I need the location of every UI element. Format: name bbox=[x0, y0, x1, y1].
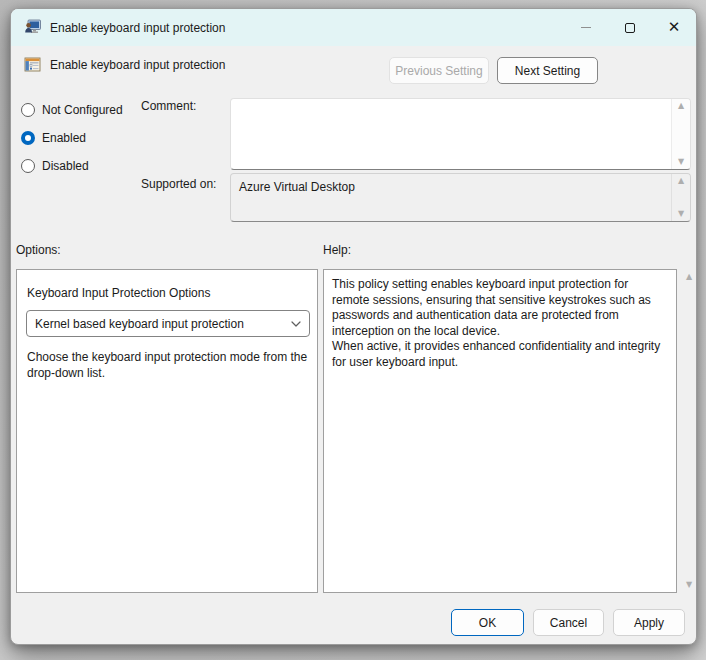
radio-disabled[interactable]: Disabled bbox=[21, 155, 89, 177]
comment-scrollbar[interactable]: ▲ ▼ bbox=[671, 99, 690, 169]
scroll-up-icon[interactable]: ▲ bbox=[678, 177, 684, 185]
dropdown-selected-value: Kernel based keyboard input protection bbox=[27, 317, 283, 331]
dropdown-label: Keyboard Input Protection Options bbox=[27, 286, 210, 300]
scroll-down-icon[interactable]: ▼ bbox=[686, 581, 692, 589]
comment-value bbox=[231, 99, 671, 169]
policy-setting-dialog: Enable keyboard input protection ✕ Enabl… bbox=[10, 8, 697, 645]
group-policy-user-icon bbox=[24, 19, 41, 36]
minimize-icon bbox=[581, 27, 591, 28]
close-button[interactable]: ✕ bbox=[652, 9, 696, 46]
comment-label: Comment: bbox=[141, 99, 196, 113]
supported-on-value: Azure Virtual Desktop bbox=[231, 174, 671, 221]
supported-on-label: Supported on: bbox=[141, 177, 216, 191]
setting-header: Enable keyboard input protection bbox=[24, 56, 225, 73]
scroll-down-icon[interactable]: ▼ bbox=[678, 210, 684, 218]
comment-textarea[interactable]: ▲ ▼ bbox=[230, 98, 691, 170]
next-setting-button[interactable]: Next Setting bbox=[497, 57, 598, 84]
apply-button[interactable]: Apply bbox=[613, 609, 685, 636]
scroll-down-icon[interactable]: ▼ bbox=[678, 158, 684, 166]
help-scrollbar[interactable]: ▲ ▼ bbox=[681, 269, 697, 593]
scroll-up-icon[interactable]: ▲ bbox=[678, 102, 684, 110]
supported-on-scrollbar[interactable]: ▲ ▼ bbox=[671, 174, 690, 221]
radio-circle-icon bbox=[21, 103, 35, 117]
radio-label: Enabled bbox=[42, 131, 86, 145]
radio-circle-icon bbox=[21, 159, 35, 173]
window-title: Enable keyboard input protection bbox=[50, 21, 225, 35]
radio-enabled[interactable]: Enabled bbox=[21, 127, 86, 149]
maximize-icon bbox=[625, 23, 635, 33]
setting-name: Enable keyboard input protection bbox=[50, 58, 225, 72]
radio-label: Disabled bbox=[42, 159, 89, 173]
minimize-button[interactable] bbox=[564, 9, 608, 46]
options-section-label: Options: bbox=[16, 243, 61, 257]
protection-mode-dropdown[interactable]: Kernel based keyboard input protection bbox=[26, 310, 310, 337]
help-section-label: Help: bbox=[323, 243, 351, 257]
title-bar: Enable keyboard input protection ✕ bbox=[11, 9, 696, 46]
radio-circle-icon bbox=[21, 131, 35, 145]
close-icon: ✕ bbox=[668, 20, 681, 35]
policy-setting-icon bbox=[24, 56, 41, 73]
help-text-box[interactable]: This policy setting enables keyboard inp… bbox=[323, 269, 677, 593]
dropdown-description: Choose the keyboard input protection mod… bbox=[27, 350, 311, 381]
maximize-button[interactable] bbox=[608, 9, 652, 46]
radio-not-configured[interactable]: Not Configured bbox=[21, 99, 123, 121]
options-panel: Keyboard Input Protection Options Kernel… bbox=[16, 269, 318, 593]
scroll-up-icon[interactable]: ▲ bbox=[686, 273, 692, 281]
cancel-button[interactable]: Cancel bbox=[533, 609, 604, 636]
chevron-down-icon bbox=[283, 321, 309, 327]
supported-on-box: Azure Virtual Desktop ▲ ▼ bbox=[230, 173, 691, 222]
ok-button[interactable]: OK bbox=[451, 609, 524, 636]
window-controls: ✕ bbox=[564, 9, 696, 46]
previous-setting-button[interactable]: Previous Setting bbox=[389, 57, 489, 84]
radio-label: Not Configured bbox=[42, 103, 123, 117]
